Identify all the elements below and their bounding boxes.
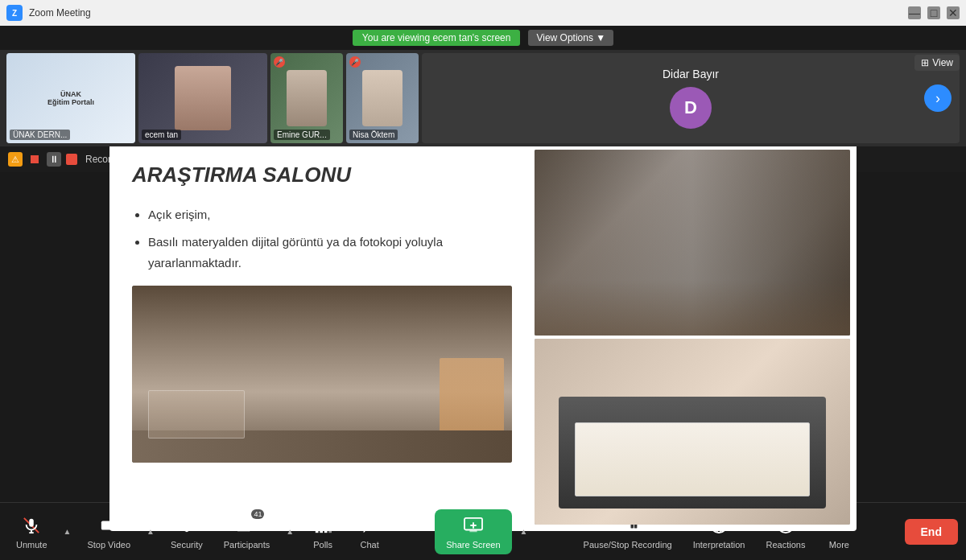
mute-icon-nisa: 🎤 — [349, 56, 361, 68]
slide-title: ARAŞTIRMA SALONU — [132, 163, 512, 187]
view-icon: ⊞ — [921, 57, 929, 68]
security-label: Security — [171, 540, 203, 550]
polls-icon — [312, 514, 334, 537]
viewing-badge: You are viewing ecem tan's screen — [353, 30, 521, 46]
participant-thumb-ecem: ecem tan — [138, 53, 267, 143]
participants-count-badge: 41 — [251, 509, 264, 519]
security-button[interactable]: Security — [163, 509, 211, 554]
slide-photo-hall — [535, 150, 850, 336]
participant-name-emine: Emine GUR... — [274, 130, 330, 140]
microphone-icon — [20, 514, 43, 537]
slide-right — [535, 143, 857, 531]
participant-thumb-didar: Didar Bayır D › — [422, 53, 960, 143]
unmute-caret-button[interactable]: ▲ — [60, 525, 75, 537]
participants-label: Participants — [224, 540, 270, 550]
participants-bar: ÜNAKEğitim Portalı ÜNAK DERN... ecem tan… — [0, 50, 966, 146]
security-shield-icon — [175, 514, 198, 537]
video-caret-button[interactable]: ▲ — [143, 525, 158, 537]
slide-left: ARAŞTIRMA SALONU Açık erişim, Basılı mat… — [109, 143, 535, 531]
stop-video-button[interactable]: Stop Video — [79, 509, 138, 554]
screen-share-banner: You are viewing ecem tan's screen View O… — [0, 26, 966, 50]
participants-caret-button[interactable]: ▲ — [283, 525, 297, 537]
participants-button[interactable]: 41 Participants — [216, 509, 278, 554]
svg-point-7 — [249, 520, 254, 525]
share-screen-icon — [462, 514, 485, 537]
maximize-icon[interactable]: □ — [927, 6, 940, 19]
shield-warning-icon: ⚠ — [8, 152, 23, 167]
share-screen-label: Share Screen — [446, 540, 500, 550]
window-controls[interactable]: — □ ✕ — [908, 6, 960, 19]
app-title: Zoom Meeting — [29, 7, 91, 19]
slide-bullet-1: Açık erişim, — [148, 204, 512, 225]
participant-name-didar-label: Didar Bayır — [663, 68, 719, 80]
participant-thumb-emine: 🎤 Emine GUR... — [270, 53, 343, 143]
share-screen-button[interactable]: Share Screen — [435, 509, 511, 554]
svg-rect-4 — [101, 521, 112, 529]
chat-button[interactable]: Chat — [349, 509, 390, 554]
reactions-label: Reactions — [766, 540, 805, 550]
main-content: ARAŞTIRMA SALONU Açık erişim, Basılı mat… — [0, 172, 966, 502]
polls-button[interactable]: Polls — [302, 509, 344, 554]
avatar-didar: D — [670, 87, 712, 129]
minimize-icon[interactable]: — — [908, 6, 921, 19]
participant-thumb-unak: ÜNAKEğitim Portalı ÜNAK DERN... — [6, 53, 135, 143]
svg-rect-13 — [469, 529, 477, 532]
slide-bullets: Açık erişim, Basılı materyalden dijital … — [132, 204, 512, 273]
unmute-label: Unmute — [16, 540, 47, 550]
svg-marker-5 — [112, 521, 117, 529]
mute-icon-emine: 🎤 — [274, 56, 285, 68]
interpretation-label: Interpretation — [693, 540, 745, 550]
svg-point-6 — [241, 519, 246, 525]
chat-label: Chat — [360, 540, 378, 550]
polls-label: Polls — [313, 540, 332, 550]
end-button[interactable]: End — [905, 519, 958, 545]
svg-rect-9 — [320, 524, 323, 533]
view-options-button[interactable]: View Options ▼ — [528, 30, 613, 46]
pause-recording-icon[interactable]: ⏸ — [47, 152, 61, 167]
participant-name-unak: ÜNAK DERN... — [10, 130, 70, 140]
video-icon — [97, 514, 120, 537]
view-label: View — [932, 57, 953, 68]
svg-rect-8 — [316, 526, 319, 532]
pause-recording-label: Pause/Stop Recording — [584, 540, 672, 550]
app-icon: Z — [6, 5, 23, 21]
stop-recording-icon[interactable] — [66, 154, 77, 165]
slide-photo-scanner — [535, 339, 850, 525]
title-bar: Z Zoom Meeting — □ ✕ — [0, 0, 966, 26]
unmute-button[interactable]: Unmute — [8, 509, 56, 554]
svg-rect-11 — [328, 517, 332, 532]
didar-expand-button[interactable]: › — [924, 84, 952, 112]
svg-rect-10 — [324, 521, 328, 533]
more-label: More — [829, 540, 849, 550]
presentation-slide: ARAŞTIRMA SALONU Açık erişim, Basılı mat… — [109, 143, 857, 531]
recording-dot — [31, 155, 39, 163]
stop-video-label: Stop Video — [87, 540, 130, 550]
toolbar-center-group: Share Screen ▲ — [435, 509, 530, 554]
close-icon[interactable]: ✕ — [947, 6, 960, 19]
participant-name-ecem: ecem tan — [142, 130, 181, 140]
toolbar-left-group: Unmute ▲ Stop Video ▲ Secur — [8, 509, 390, 554]
slide-bullet-2: Basılı materyalden dijital görüntü ya da… — [148, 232, 512, 273]
recording-controls[interactable]: ⏸ — [47, 152, 77, 167]
view-button[interactable]: ⊞ View — [914, 55, 960, 71]
share-screen-caret-button[interactable]: ▲ — [517, 525, 531, 537]
svg-rect-1 — [30, 518, 35, 526]
participant-name-nisa: Nisa Öktem — [349, 130, 398, 140]
participant-thumb-nisa: 🎤 Nisa Öktem — [346, 53, 419, 143]
slide-image-exhibition — [132, 286, 512, 463]
chat-icon — [358, 514, 381, 537]
participants-icon: 41 — [235, 514, 258, 537]
